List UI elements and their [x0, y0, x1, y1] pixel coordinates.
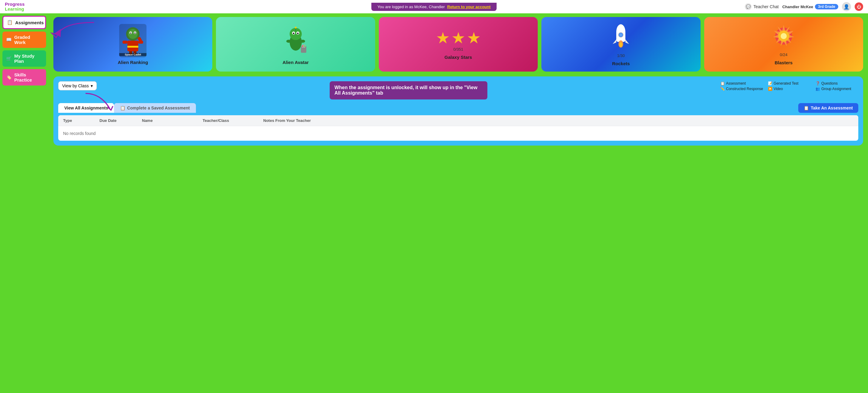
col-name: Name [142, 118, 203, 123]
sidebar-item-graded-work[interactable]: 📖 Graded Work [2, 32, 46, 48]
blaster-image [772, 23, 796, 53]
rocket-image [610, 23, 631, 53]
svg-marker-33 [613, 39, 616, 44]
svg-point-18 [293, 32, 294, 34]
assignments-panel: View by Class ▾ When the assignment is u… [53, 77, 863, 146]
svg-point-40 [781, 33, 787, 39]
blasters-count: 0/24 [780, 53, 787, 57]
skills-icon: 🏷️ [6, 74, 12, 80]
tooltip-text: When the assignment is unlocked, it will… [335, 85, 477, 95]
take-assessment-button[interactable]: 📋 Take An Assessment [798, 103, 858, 113]
group-assignment-legend-label: Group Assignment [821, 87, 851, 91]
constructed-response-legend-label: Constructed Response [726, 87, 763, 91]
study-label: My Study Plan [14, 53, 42, 64]
sidebar-item-study-plan[interactable]: 🛒 My Study Plan [2, 50, 46, 67]
top-bar-right: 💬 Teacher Chat Chandler McKee 3rd Grade … [745, 2, 863, 11]
return-link[interactable]: Return to your account [447, 4, 491, 9]
rockets-count: 1/30 [617, 53, 625, 58]
reward-cards: Space Cadet Alien Ranking [53, 17, 863, 71]
view-by-class-button[interactable]: View by Class ▾ [58, 81, 97, 90]
graded-label: Graded Work [14, 35, 42, 45]
avatar[interactable]: 👤 [842, 2, 851, 11]
svg-point-2 [128, 29, 138, 39]
login-banner: You are logged in as McKee, Chandler Ret… [371, 3, 496, 11]
alien-avatar-image [282, 24, 309, 57]
legend-questions: ❓ Questions [815, 81, 858, 86]
take-assessment-label: Take An Assessment [811, 105, 853, 110]
chevron-down-icon: ▾ [91, 83, 93, 88]
saved-assessment-tab-label: Complete a Saved Assessment [127, 105, 190, 110]
reward-card-galaxy-stars[interactable]: ★ ★ ★ 0/351 Galaxy Stars [379, 17, 538, 71]
alien-avatar-label: Alien Avatar [282, 60, 308, 65]
tabs-row: View All Assignments 📋 Complete a Saved … [58, 103, 858, 113]
star-1: ★ [436, 29, 450, 47]
main-layout: 📋 Assignments 📖 Graded Work 🛒 My Study P… [0, 13, 868, 393]
svg-point-27 [304, 46, 305, 47]
legend-constructed-response: ✏️ Constructed Response [720, 87, 763, 91]
skills-label: Skills Practice [14, 72, 42, 83]
questions-legend-icon: ❓ [815, 81, 820, 86]
user-info: Chandler McKee 3rd Grade [782, 4, 838, 9]
questions-legend-label: Questions [821, 81, 838, 86]
sidebar-item-skills-practice[interactable]: 🏷️ Skills Practice [2, 69, 46, 86]
svg-point-32 [619, 33, 622, 36]
col-due-date: Due Date [99, 118, 142, 123]
user-name: Chandler McKee [782, 4, 813, 9]
reward-card-alien-ranking[interactable]: Space Cadet Alien Ranking [53, 17, 212, 71]
legend-grid: 📋 Assessment 📝 Generated Test ❓ Question… [720, 81, 858, 91]
svg-point-22 [286, 40, 291, 43]
graded-icon: 📖 [6, 37, 12, 42]
chat-icon: 💬 [745, 3, 751, 10]
legend-video: ▶️ Video [768, 87, 811, 91]
view-by-class-label: View by Class [62, 83, 89, 88]
reward-card-alien-avatar[interactable]: Alien Avatar [216, 17, 375, 71]
table-body: No records found [58, 126, 858, 141]
teacher-chat-button[interactable]: 💬 Teacher Chat [745, 3, 778, 10]
reward-card-blasters[interactable]: 0/24 Blasters [704, 17, 863, 71]
teacher-chat-label: Teacher Chat [753, 4, 778, 9]
alien-ranking-label: Alien Ranking [118, 60, 148, 65]
col-teacher-class: Teacher/Class [203, 118, 263, 123]
logo-progress: Progress [5, 1, 25, 7]
galaxy-stars-image: ★ ★ ★ [436, 29, 481, 47]
col-notes: Notes From Your Teacher [263, 118, 854, 123]
svg-rect-10 [127, 46, 138, 48]
top-bar: Progress Learning You are logged in as M… [0, 0, 868, 13]
view-by-class-container: View by Class ▾ [58, 81, 97, 90]
view-all-assignments-label: View All Assignments [64, 105, 108, 110]
panel-top-row: View by Class ▾ When the assignment is u… [58, 81, 858, 99]
power-button[interactable]: ⏻ [855, 2, 863, 11]
constructed-response-legend-icon: ✏️ [720, 87, 725, 91]
assessment-legend-icon: 📋 [720, 81, 725, 86]
assignments-label: Assignments [15, 20, 44, 25]
saved-assessment-tab-icon: 📋 [120, 105, 125, 110]
table-header: Type Due Date Name Teacher/Class Notes F… [58, 115, 858, 126]
tab-complete-saved-assessment[interactable]: 📋 Complete a Saved Assessment [114, 103, 196, 113]
star-2: ★ [451, 29, 466, 47]
reward-card-rockets[interactable]: 1/30 Rockets [541, 17, 700, 71]
assessment-legend-label: Assessment [726, 81, 746, 86]
svg-point-21 [295, 27, 297, 29]
no-records-message: No records found [63, 131, 96, 136]
group-assignment-legend-icon: 👥 [815, 87, 820, 91]
tab-view-all-assignments[interactable]: View All Assignments [58, 103, 114, 113]
col-type: Type [63, 118, 99, 123]
grade-badge: 3rd Grade [815, 4, 838, 9]
svg-point-6 [134, 32, 135, 34]
star-3: ★ [467, 29, 481, 47]
legend-group-assignment: 👥 Group Assignment [815, 87, 858, 91]
svg-marker-34 [625, 39, 629, 44]
take-assessment-icon: 📋 [804, 105, 809, 110]
galaxy-stars-count: 0/351 [454, 47, 463, 52]
video-legend-icon: ▶️ [768, 87, 772, 91]
sidebar: 📋 Assignments 📖 Graded Work 🛒 My Study P… [0, 13, 49, 393]
galaxy-stars-label: Galaxy Stars [445, 55, 472, 60]
assignments-icon: 📋 [7, 20, 13, 25]
svg-point-5 [130, 32, 131, 34]
content-area: Space Cadet Alien Ranking [49, 13, 868, 393]
logo[interactable]: Progress Learning [5, 2, 25, 12]
sidebar-item-assignments[interactable]: 📋 Assignments [2, 16, 46, 29]
space-cadet-label: Space Cadet [119, 53, 147, 56]
legend-generated-test: 📝 Generated Test [768, 81, 811, 86]
tooltip-box: When the assignment is unlocked, it will… [330, 81, 487, 99]
